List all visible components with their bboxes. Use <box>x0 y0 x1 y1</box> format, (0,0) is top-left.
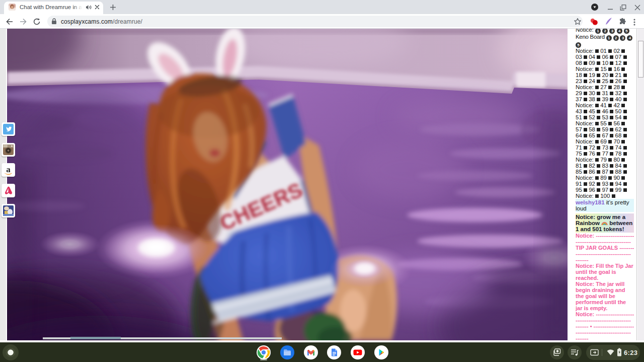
svg-text:a: a <box>6 165 11 174</box>
